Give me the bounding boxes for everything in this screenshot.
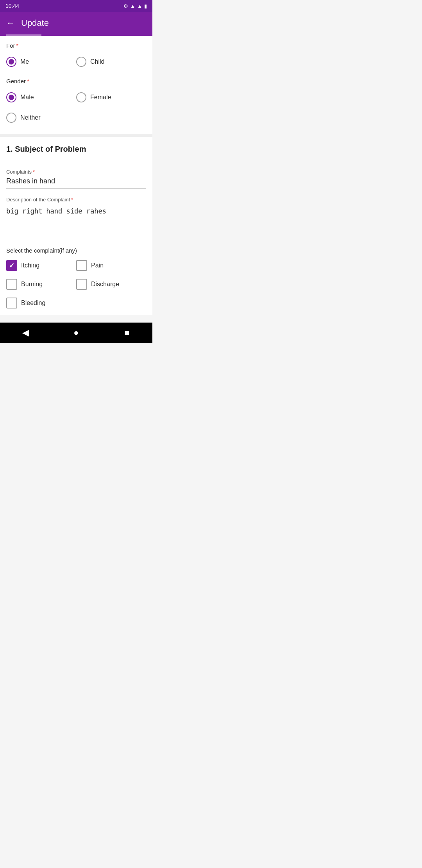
complaints-label: Complaints*	[6, 169, 146, 175]
gender-label: Gender*	[6, 78, 146, 84]
subject-section-header: 1. Subject of Problem	[0, 137, 152, 161]
radio-male[interactable]: Male	[6, 89, 76, 106]
app-bar-title: Update	[21, 18, 49, 28]
status-bar: 10:44 ⚙ ▲ ▲ ▮	[0, 0, 152, 12]
checkbox-discharge-box	[76, 279, 87, 290]
battery-icon: ▮	[144, 3, 147, 9]
select-complaint-section: Select the complaint(if any) Itching Pai…	[6, 247, 146, 308]
radio-me[interactable]: Me	[6, 54, 76, 70]
checkbox-bleeding-box	[6, 298, 17, 308]
back-button[interactable]: ←	[6, 18, 15, 28]
complaint-checkbox-grid: Itching Pain Burning Discharge Bleeding	[6, 260, 146, 308]
app-bar: ← Update	[0, 12, 152, 34]
checkbox-burning-box	[6, 279, 17, 290]
radio-male-circle	[6, 92, 16, 102]
subject-section-title: 1. Subject of Problem	[6, 145, 86, 153]
complaints-input[interactable]	[6, 177, 146, 189]
gender-required-marker: *	[27, 78, 29, 84]
radio-female-circle	[76, 92, 86, 102]
checkbox-itching-box	[6, 260, 17, 271]
radio-me-label: Me	[20, 58, 29, 65]
for-required-marker: *	[16, 42, 19, 49]
signal-icon: ▲	[137, 3, 142, 9]
radio-neither[interactable]: Neither	[6, 109, 146, 126]
for-radio-group: Me Child	[6, 54, 146, 70]
checkbox-discharge-label: Discharge	[91, 281, 119, 288]
description-label: Description of the Complaint*	[6, 197, 146, 203]
checkbox-bleeding-label: Bleeding	[21, 299, 45, 307]
radio-child[interactable]: Child	[76, 54, 146, 70]
gender-radio-group: Male Female Neither	[6, 89, 146, 126]
main-content: For* Me Child Gender* Male Female	[0, 36, 152, 315]
radio-male-label: Male	[20, 94, 34, 101]
settings-icon: ⚙	[123, 3, 128, 9]
description-required-marker: *	[71, 197, 73, 203]
checkbox-pain-box	[76, 260, 87, 271]
radio-child-label: Child	[90, 58, 104, 65]
radio-female[interactable]: Female	[76, 89, 146, 106]
checkbox-itching[interactable]: Itching	[6, 260, 76, 271]
radio-me-circle	[6, 57, 16, 67]
checkbox-burning-label: Burning	[21, 281, 43, 288]
tab-active-indicator	[6, 34, 41, 36]
status-icons: ⚙ ▲ ▲ ▮	[123, 3, 147, 9]
status-time: 10:44	[5, 3, 19, 9]
checkbox-burning[interactable]: Burning	[6, 279, 76, 290]
select-complaint-label: Select the complaint(if any)	[6, 247, 146, 254]
checkbox-bleeding[interactable]: Bleeding	[6, 298, 146, 308]
radio-neither-label: Neither	[20, 114, 41, 121]
gender-section: Gender* Male Female Neither	[6, 78, 146, 126]
checkbox-pain-label: Pain	[91, 262, 104, 269]
for-section: For* Me Child	[6, 42, 146, 70]
description-group: Description of the Complaint*	[6, 197, 146, 238]
radio-neither-circle	[6, 113, 16, 123]
radio-female-label: Female	[90, 94, 111, 101]
section-divider	[0, 134, 152, 137]
nav-back-button[interactable]: ◀	[18, 325, 33, 341]
complaints-required-marker: *	[33, 169, 35, 175]
radio-child-circle	[76, 57, 86, 67]
nav-home-button[interactable]: ●	[68, 325, 84, 341]
nav-recents-button[interactable]: ■	[119, 325, 135, 341]
checkbox-discharge[interactable]: Discharge	[76, 279, 146, 290]
wifi-icon: ▲	[130, 3, 135, 9]
for-label: For*	[6, 42, 146, 49]
checkbox-itching-label: Itching	[21, 262, 39, 269]
complaints-group: Complaints*	[6, 169, 146, 189]
bottom-nav-bar: ◀ ● ■	[0, 323, 152, 343]
description-textarea[interactable]	[6, 205, 146, 236]
checkbox-pain[interactable]: Pain	[76, 260, 146, 271]
